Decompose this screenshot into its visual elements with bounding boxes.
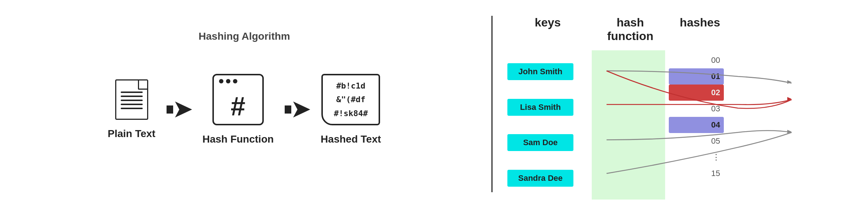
conn-bar-left: [167, 105, 173, 114]
keys-column: John Smith Lisa Smith Sam Doe Sandra Dee: [507, 50, 588, 200]
col-function-header: hashfunction: [607, 16, 653, 43]
plain-text-item: Plain Text: [107, 79, 155, 140]
hash-dots: ⋮: [669, 149, 724, 165]
doc-lines: [121, 92, 143, 109]
arrow2: ➤: [285, 98, 310, 121]
arrow-icon2: ➤: [291, 98, 310, 121]
hash-03: 03: [669, 101, 724, 117]
dot: [219, 79, 223, 83]
document-icon: [115, 79, 148, 120]
main-container: Hashing Algorithm Plain Text: [12, 8, 856, 200]
hash-00: 00: [669, 52, 724, 68]
hash-15: 15: [669, 165, 724, 182]
doc-line: [121, 104, 143, 105]
svg-marker-0: [787, 80, 792, 84]
arrow1: ➤: [167, 98, 192, 121]
hashes-column: 00 01 02 03 04 05 ⋮ 15: [669, 50, 724, 200]
hash-02: 02: [669, 85, 724, 101]
conn-bar-right: [285, 105, 291, 114]
hash-dots: [219, 79, 237, 83]
plain-text-label: Plain Text: [107, 128, 155, 140]
doc-line: [121, 100, 143, 101]
hash-function-item: # Hash Function: [203, 74, 274, 145]
doc-line: [121, 92, 143, 93]
key-sam-doe: Sam Doe: [507, 134, 573, 151]
dot: [226, 79, 230, 83]
key-sandra-dee: Sandra Dee: [507, 170, 573, 187]
hash-symbol: #: [231, 93, 245, 119]
key-john-smith: John Smith: [507, 63, 573, 80]
flow-row: Plain Text ➤ # Hash Function: [107, 74, 381, 145]
hashed-text-box: #b!c1d&"(#df#!sk84#: [321, 74, 380, 125]
arrow-icon: ➤: [173, 98, 192, 121]
dot: [233, 79, 237, 83]
hashed-text-content: #b!c1d&"(#df#!sk84#: [334, 79, 368, 120]
svg-marker-1: [787, 97, 792, 101]
right-header: keys hashfunction hashes: [507, 16, 856, 43]
hash-function-box: #: [212, 74, 264, 125]
hash-01: 01: [669, 68, 724, 85]
key-lisa-smith: Lisa Smith: [507, 99, 573, 116]
hash-04: 04: [669, 117, 724, 133]
hashed-text-item: #b!c1d&"(#df#!sk84# Hashed Text: [321, 74, 381, 145]
right-body: John Smith Lisa Smith Sam Doe Sandra Dee…: [507, 50, 856, 200]
divider: [491, 16, 493, 192]
algo-label: Hashing Algorithm: [198, 31, 290, 42]
hash-05: 05: [669, 133, 724, 149]
right-section: keys hashfunction hashes John Smith Lisa…: [507, 8, 856, 200]
col-hashes-header: hashes: [672, 16, 727, 43]
hash-function-col: [592, 50, 665, 200]
hash-function-label: Hash Function: [203, 133, 274, 145]
svg-marker-2: [787, 130, 792, 133]
doc-line: [121, 96, 143, 97]
left-section: Hashing Algorithm Plain Text: [12, 8, 477, 200]
doc-line: [121, 108, 143, 109]
col-keys-header: keys: [507, 16, 588, 43]
hashed-text-label: Hashed Text: [321, 133, 381, 145]
